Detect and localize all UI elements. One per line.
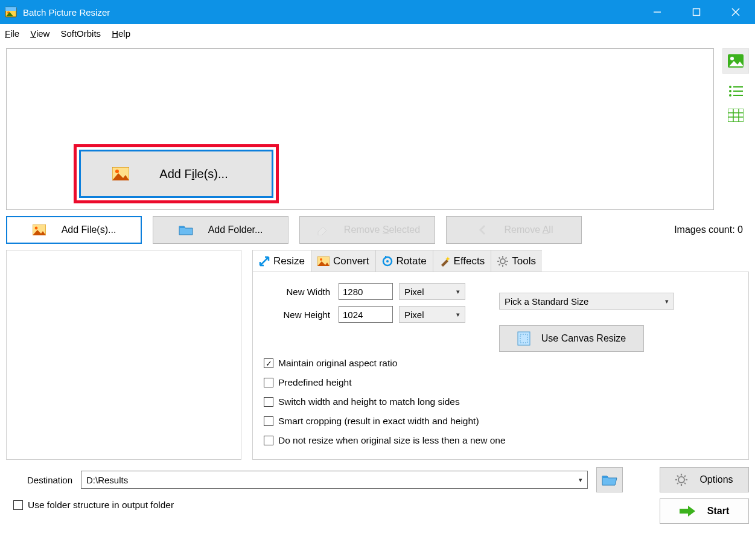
svg-rect-37: [518, 332, 530, 345]
browse-folder-button[interactable]: [596, 467, 623, 492]
button-label: Remove Selected: [344, 224, 420, 235]
destination-combo[interactable]: D:\Results ▾: [81, 471, 588, 489]
options-button[interactable]: Options: [660, 467, 749, 492]
picture-icon: [32, 224, 46, 235]
svg-line-35: [506, 257, 507, 258]
svg-point-10: [730, 57, 734, 60]
remove-selected-button[interactable]: Remove Selected: [299, 216, 435, 244]
chevron-down-icon: ▾: [456, 311, 460, 319]
chk-smart-cropping[interactable]: Smart cropping (result in exact width an…: [264, 416, 737, 427]
destination-label: Destination: [6, 475, 72, 485]
folder-open-icon: [602, 474, 617, 486]
tab-resize[interactable]: Resize: [253, 250, 311, 272]
svg-line-44: [677, 476, 678, 477]
svg-line-45: [684, 483, 686, 484]
minimize-button[interactable]: [637, 0, 677, 24]
svg-line-47: [677, 483, 678, 484]
right-tool-strip: [722, 48, 749, 210]
picture-icon: [112, 167, 129, 180]
new-width-input[interactable]: [339, 283, 393, 300]
toolbar: Add File(s)... Add Folder... Remove Sele…: [0, 210, 755, 244]
svg-rect-12: [733, 86, 743, 88]
checkbox-icon: [264, 397, 273, 407]
svg-rect-14: [733, 91, 743, 92]
arrow-right-icon: [680, 506, 695, 517]
svg-line-34: [506, 264, 507, 265]
canvas-resize-button[interactable]: Use Canvas Resize: [499, 325, 644, 352]
gear-icon: [675, 474, 687, 486]
svg-rect-17: [728, 109, 744, 122]
button-label: Add File(s)...: [62, 224, 116, 235]
canvas-icon: [517, 331, 530, 346]
svg-line-36: [499, 264, 500, 265]
chevron-left-icon: [475, 224, 489, 235]
button-label: Add Folder...: [208, 224, 263, 235]
chk-aspect-ratio[interactable]: ✓ Maintain original aspect ratio: [264, 358, 737, 369]
width-unit-select[interactable]: Pixel▾: [399, 283, 465, 300]
list-view-button[interactable]: [728, 84, 744, 98]
titlebar: Batch Picture Resizer: [0, 0, 755, 24]
svg-line-46: [684, 476, 686, 477]
tabs: Resize Convert Rotate Effects Tools: [252, 250, 542, 272]
svg-point-23: [34, 227, 37, 230]
checkbox-icon: [264, 416, 273, 426]
add-files-big-button[interactable]: Add File(s)...: [79, 150, 273, 198]
svg-rect-1: [5, 7, 16, 11]
footer: Destination D:\Results ▾ Use folder stru…: [0, 460, 755, 524]
chk-folder-structure[interactable]: Use folder structure in output folder: [13, 500, 660, 511]
svg-point-39: [678, 477, 684, 483]
tab-convert[interactable]: Convert: [311, 250, 376, 272]
preview-area: Add File(s)...: [6, 48, 714, 210]
remove-all-button[interactable]: Remove All: [446, 216, 582, 244]
new-height-input[interactable]: [339, 306, 393, 323]
start-button[interactable]: Start: [660, 498, 749, 524]
chevron-down-icon: ▾: [665, 298, 669, 305]
menu-softorbits[interactable]: SoftOrbits: [60, 28, 101, 39]
config-panel: Resize Convert Rotate Effects Tools: [252, 250, 749, 460]
checkbox-checked-icon: ✓: [264, 358, 273, 368]
button-label: Remove All: [505, 224, 553, 235]
height-unit-select[interactable]: Pixel▾: [399, 306, 465, 323]
app-title: Batch Picture Resizer: [23, 7, 110, 18]
thumbnail-view-button[interactable]: [722, 48, 749, 74]
resize-panel: New Width Pixel▾ New Height Pixel▾: [252, 272, 749, 460]
images-count-label: Images count: 0: [674, 224, 743, 235]
menubar: File View SoftOrbits Help: [0, 24, 755, 42]
chevron-down-icon: ▾: [456, 288, 460, 296]
svg-point-27: [386, 260, 389, 262]
svg-point-25: [320, 258, 322, 261]
folder-icon: [179, 224, 193, 235]
left-blank-panel: [6, 250, 241, 460]
chk-predefined-height[interactable]: Predefined height: [264, 377, 737, 388]
new-height-label: New Height: [264, 310, 330, 320]
add-files-highlight: Add File(s)...: [74, 144, 279, 203]
table-view-button[interactable]: [728, 109, 744, 122]
tab-effects[interactable]: Effects: [433, 250, 492, 272]
svg-point-15: [729, 94, 731, 97]
add-files-button[interactable]: Add File(s)...: [6, 216, 142, 244]
menu-view[interactable]: View: [30, 28, 49, 39]
svg-rect-16: [733, 95, 743, 96]
svg-point-11: [729, 86, 731, 88]
new-width-label: New Width: [264, 287, 330, 297]
chevron-down-icon: ▾: [579, 476, 582, 484]
checkbox-icon: [264, 436, 273, 445]
close-button[interactable]: [716, 0, 755, 24]
menu-file[interactable]: File: [5, 28, 19, 39]
maximize-button[interactable]: [677, 0, 716, 24]
tab-tools[interactable]: Tools: [491, 250, 542, 272]
svg-rect-4: [693, 9, 699, 16]
add-folder-button[interactable]: Add Folder...: [153, 216, 288, 244]
checkbox-icon: [264, 378, 273, 387]
chk-switch-long-sides[interactable]: Switch width and height to match long si…: [264, 396, 737, 407]
standard-size-select[interactable]: Pick a Standard Size▾: [499, 293, 674, 310]
tab-rotate[interactable]: Rotate: [376, 250, 433, 272]
eraser-icon: [314, 224, 329, 235]
svg-point-8: [115, 170, 119, 173]
chk-no-resize-smaller[interactable]: Do not resize when original size is less…: [264, 435, 737, 446]
svg-line-33: [499, 257, 500, 258]
menu-help[interactable]: Help: [112, 28, 130, 39]
svg-rect-48: [680, 509, 688, 514]
svg-point-28: [500, 259, 505, 264]
svg-point-13: [729, 90, 731, 92]
